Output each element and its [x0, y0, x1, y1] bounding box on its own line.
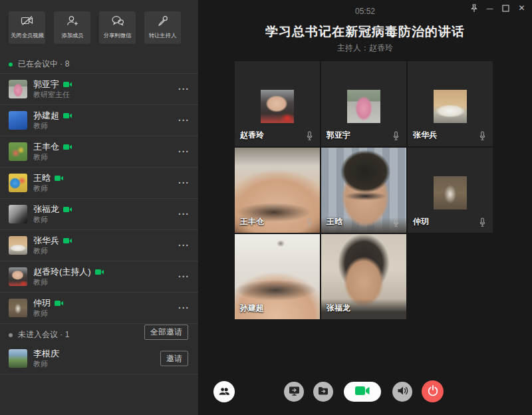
- participant-role: 教师: [33, 122, 72, 130]
- more-options-icon[interactable]: ···: [178, 211, 190, 217]
- more-options-icon[interactable]: ···: [178, 273, 190, 280]
- video-off-icon: [21, 15, 34, 28]
- avatar: [9, 349, 27, 368]
- mic-icon: [479, 131, 486, 141]
- video-tile-zhanghuabing[interactable]: 张华兵: [408, 61, 493, 146]
- participant-row-sunjianchao[interactable]: 孙建超 教师 ···: [0, 105, 198, 136]
- more-options-icon[interactable]: ···: [178, 242, 190, 249]
- participant-row-zhanghuabing[interactable]: 张华兵 教师 ···: [0, 230, 198, 261]
- invite-button[interactable]: 邀请: [160, 351, 188, 366]
- avatar: [9, 111, 27, 130]
- participant-role: 教师: [33, 310, 64, 317]
- more-options-icon[interactable]: ···: [178, 117, 190, 124]
- camera-icon: [354, 386, 370, 398]
- speaker-button[interactable]: [392, 382, 412, 402]
- video-on-icon: [63, 237, 72, 244]
- participant-role: 教师: [33, 154, 72, 161]
- screen-share-icon: [289, 386, 300, 398]
- tile-participant-name: 张华兵: [413, 130, 437, 141]
- tile-participant-name: 张福龙: [327, 303, 350, 314]
- mic-icon: [306, 217, 313, 227]
- avatar: [9, 267, 27, 286]
- transfer-host-label: 转让主持人: [149, 32, 176, 40]
- members-button[interactable]: [213, 381, 235, 402]
- in-meeting-label: 已在会议中 · 8: [18, 59, 69, 70]
- video-on-icon: [95, 269, 104, 275]
- end-meeting-button[interactable]: [422, 380, 444, 402]
- in-meeting-status-dot: [9, 63, 13, 67]
- tile-participant-name: 郭亚宇: [327, 130, 350, 141]
- participant-name: 王丰仓: [33, 142, 59, 152]
- handheld-mic-icon: [158, 15, 168, 28]
- participant-name: 王晗: [33, 174, 51, 183]
- tile-participant-name: 仲玥: [413, 216, 429, 227]
- participant-row-ligenqing[interactable]: 李根庆 教师 邀请: [0, 343, 198, 374]
- share-to-wechat-button[interactable]: 分享到微信: [99, 11, 136, 44]
- video-tile-guoyayu[interactable]: 郭亚宇: [321, 61, 406, 146]
- avatar: [9, 142, 27, 161]
- window-controls: — ✕: [469, 3, 527, 13]
- close-all-video-label: 关闭全员视频: [11, 32, 44, 40]
- maximize-icon[interactable]: [501, 3, 511, 13]
- participant-row-zhangfulong[interactable]: 张福龙 教师 ···: [0, 199, 198, 230]
- not-joined-label: 未进入会议 · 1: [18, 329, 69, 341]
- participant-name: 孙建超: [33, 111, 59, 120]
- camera-toggle-button[interactable]: [344, 382, 381, 402]
- participant-row-wanghan[interactable]: 王晗 教师 ···: [0, 168, 198, 199]
- video-tile-zhaoxiangling[interactable]: 赵香玲: [235, 61, 320, 146]
- not-joined-section-header: 未进入会议 · 1: [9, 329, 69, 341]
- tile-participant-name: 孙建超: [240, 303, 264, 314]
- more-options-icon[interactable]: ···: [178, 180, 190, 186]
- participant-role: 教师: [33, 279, 104, 286]
- video-on-icon: [63, 112, 72, 119]
- close-icon[interactable]: ✕: [517, 3, 527, 13]
- screen-share-button[interactable]: [284, 382, 304, 402]
- members-icon: [218, 386, 231, 398]
- avatar: [9, 205, 27, 223]
- wechat-icon: [111, 15, 124, 28]
- meeting-host-subtitle: 主持人：赵香玲: [198, 43, 532, 54]
- participant-name: 张华兵: [33, 236, 59, 245]
- mic-icon: [479, 217, 486, 227]
- avatar: [347, 90, 380, 123]
- sidebar-toolbar: 关闭全员视频 添加成员 分享到微信 转让主持人: [9, 11, 181, 44]
- meeting-window: 关闭全员视频 添加成员 分享到微信 转让主持人: [0, 0, 532, 415]
- video-on-icon: [55, 300, 64, 307]
- participant-row-zhongyue[interactable]: 仲玥 教师 ···: [0, 293, 198, 324]
- video-tile-sunjianchao[interactable]: 孙建超: [235, 234, 320, 319]
- participant-name: 仲玥: [33, 299, 51, 308]
- participant-role: 教师: [33, 216, 72, 223]
- transfer-host-button[interactable]: 转让主持人: [144, 11, 181, 44]
- video-tile-wanghan[interactable]: 王晗: [321, 148, 406, 233]
- in-meeting-section-header: 已在会议中 · 8: [9, 59, 69, 70]
- video-tile-zhangfulong[interactable]: 张福龙: [321, 234, 406, 319]
- participant-name: 郭亚宇: [33, 80, 59, 89]
- close-all-video-button[interactable]: 关闭全员视频: [9, 11, 45, 44]
- tile-participant-name: 王丰仓: [240, 216, 264, 227]
- more-options-icon[interactable]: ···: [178, 148, 190, 155]
- invite-all-button[interactable]: 全部邀请: [144, 325, 188, 340]
- avatar: [434, 176, 467, 209]
- add-member-icon: [66, 15, 78, 28]
- avatar: [261, 90, 294, 123]
- participant-name: 李根庆: [33, 349, 59, 358]
- video-tile-wangfengcang[interactable]: 王丰仓: [235, 148, 320, 233]
- video-on-icon: [63, 81, 72, 88]
- speaker-icon: [397, 386, 408, 398]
- not-joined-status-dot: [9, 333, 13, 337]
- participant-row-wangfengcang[interactable]: 王丰仓 教师 ···: [0, 136, 198, 168]
- mic-icon: [392, 131, 400, 141]
- video-tile-zhongyue[interactable]: 仲玥: [408, 148, 493, 233]
- participant-row-zhaoxiangling-host[interactable]: 赵香玲(主持人) 教师 ···: [0, 261, 198, 293]
- minimize-icon[interactable]: —: [485, 3, 495, 13]
- folder-share-button[interactable]: [313, 382, 333, 402]
- pin-icon[interactable]: [469, 3, 479, 13]
- tile-participant-name: 王晗: [327, 216, 342, 227]
- end-call-power-icon: [427, 384, 439, 398]
- more-options-icon[interactable]: ···: [178, 305, 190, 311]
- add-member-button[interactable]: 添加成员: [54, 11, 90, 44]
- avatar: [434, 90, 467, 123]
- participant-row-guoyayu[interactable]: 郭亚宇 教研室主任 ···: [0, 74, 198, 105]
- more-options-icon[interactable]: ···: [178, 86, 190, 92]
- mic-icon: [392, 217, 400, 227]
